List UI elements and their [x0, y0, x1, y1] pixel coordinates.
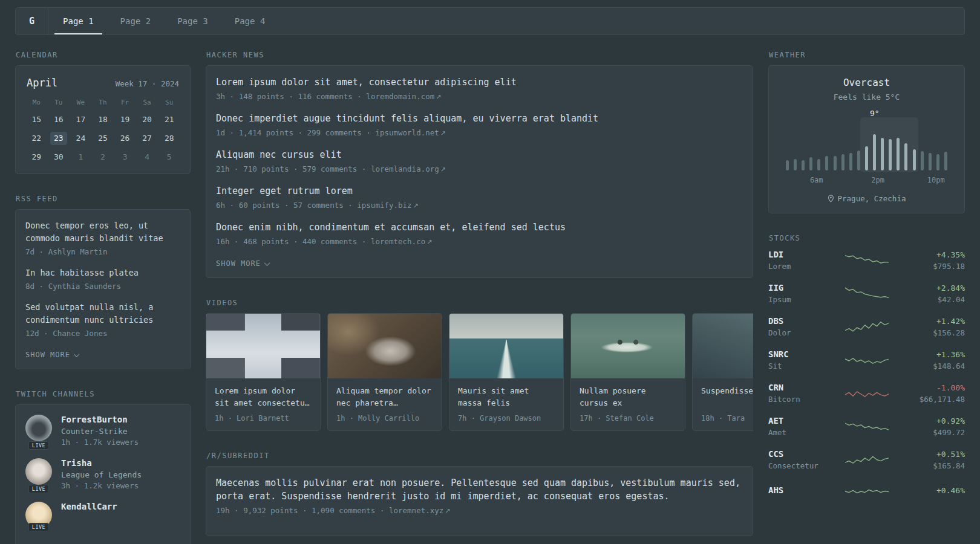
rss-widget: RSS FEED Donec tempor eros leo, ut commo…: [15, 195, 191, 369]
calendar-dow: Th: [92, 99, 114, 108]
hn-item-title[interactable]: Aliquam nec cursus elit: [216, 148, 743, 161]
rss-show-more-button[interactable]: SHOW MORE: [25, 351, 79, 359]
stock-symbol[interactable]: SNRC: [768, 349, 831, 359]
stock-symbol[interactable]: IIG: [768, 283, 831, 293]
video-meta: 1h · Lori Barnett: [215, 414, 312, 423]
hn-item-domain[interactable]: loremtech.co: [371, 237, 425, 246]
stock-left: CRN Bitcorn: [768, 383, 831, 404]
stock-name: Ipsum: [768, 295, 831, 304]
stock-symbol[interactable]: AHS: [768, 485, 831, 495]
stock-right: +4.35% $795.18: [902, 250, 965, 271]
video-body: Lorem ipsum dolor sit amet consectetu… 1…: [206, 378, 320, 430]
stock-row[interactable]: IIG Ipsum +2.84% $42.04: [768, 283, 965, 304]
video-title[interactable]: Lorem ipsum dolor sit amet consectetu…: [215, 385, 312, 409]
twitch-channel[interactable]: LIVE KendallCarr: [25, 502, 180, 528]
avatar-wrap: LIVE: [25, 458, 52, 490]
avatar: [25, 415, 52, 441]
hn-item-domain[interactable]: ipsumworld.net: [375, 128, 439, 137]
tab-page-4[interactable]: Page 4: [226, 8, 274, 34]
calendar-day-next-month: 4: [136, 151, 158, 164]
video-card[interactable]: Suspendisse diam 18h · Tara: [692, 313, 753, 431]
video-thumbnail[interactable]: [206, 314, 320, 378]
hn-item-title[interactable]: Lorem ipsum dolor sit amet, consectetur …: [216, 76, 743, 89]
stock-sparkline: [831, 285, 902, 303]
channel-name[interactable]: KendallCarr: [61, 502, 117, 511]
chevron-down-icon: [264, 260, 270, 266]
tab-page-2[interactable]: Page 2: [112, 8, 160, 34]
stock-name: Amet: [768, 428, 831, 437]
tab-page-3[interactable]: Page 3: [169, 8, 217, 34]
video-thumbnail[interactable]: [571, 314, 685, 378]
stock-symbol[interactable]: AET: [768, 416, 831, 426]
weather-chart: 9°: [786, 122, 947, 170]
rss-item-title[interactable]: In hac habitasse platea: [25, 267, 180, 279]
weather-bar: [825, 156, 828, 170]
rss-widget-title: RSS FEED: [16, 195, 191, 203]
weather-times: 6am2pm10pm: [786, 176, 947, 185]
stock-sparkline: [831, 384, 902, 403]
video-thumbnail[interactable]: [693, 314, 753, 378]
stock-row[interactable]: LDI Lorem +4.35% $795.18: [768, 250, 965, 271]
hn-item: Donec imperdiet augue tincidunt felis al…: [216, 112, 743, 137]
hn-item-domain[interactable]: loremlandia.org: [371, 164, 439, 173]
tab-page-1[interactable]: Page 1: [54, 8, 102, 34]
stock-row[interactable]: AHS +0.46%: [768, 482, 965, 500]
stock-name: Dolor: [768, 328, 831, 337]
video-title[interactable]: Nullam posuere cursus ex: [580, 385, 676, 409]
channel-name[interactable]: ForrestBurton: [61, 415, 139, 424]
calendar-month: April: [27, 77, 57, 89]
hn-show-more-button[interactable]: SHOW MORE: [216, 259, 269, 268]
twitch-card: LIVE ForrestBurton Counter-Strike 1h · 1…: [15, 404, 191, 544]
stock-symbol[interactable]: DBS: [768, 316, 831, 326]
hn-item-meta: 21h · 710 points · 579 comments · loreml…: [216, 164, 743, 173]
subreddit-card: Maecenas mollis pulvinar erat non posuer…: [206, 466, 753, 536]
subreddit-post-meta: 19h · 9,932 points · 1,090 comments · lo…: [216, 506, 743, 515]
weather-bar: [794, 159, 797, 170]
stock-change: +4.35%: [902, 250, 965, 259]
hn-item-domain[interactable]: ipsumify.biz: [357, 201, 411, 210]
stock-symbol[interactable]: CRN: [768, 383, 831, 392]
twitch-channel[interactable]: LIVE ForrestBurton Counter-Strike 1h · 1…: [25, 415, 180, 447]
channel-game: League of Legends: [61, 470, 142, 479]
subreddit-post-domain[interactable]: loremnet.xyz: [389, 506, 443, 515]
hn-item-title[interactable]: Donec imperdiet augue tincidunt felis al…: [216, 112, 743, 125]
middle-column: HACKER NEWS Lorem ipsum dolor sit amet, …: [206, 51, 753, 544]
video-thumbnail[interactable]: [449, 314, 563, 378]
weather-feels-like: Feels like 5°C: [777, 92, 956, 102]
channel-name[interactable]: Trisha: [61, 458, 142, 468]
calendar-day: 22: [25, 132, 48, 145]
subreddit-post-title[interactable]: Maecenas mollis pulvinar erat non posuer…: [216, 476, 743, 503]
weather-card: Overcast Feels like 5°C 9° 6am2pm10pm Pr…: [768, 65, 965, 213]
stock-row[interactable]: SNRC Sit +1.36% $148.64: [768, 349, 965, 371]
calendar-day-next-month: 2: [92, 151, 114, 164]
top-nav: G Page 1 Page 2 Page 3 Page 4: [15, 7, 965, 35]
rss-item-title[interactable]: Sed volutpat nulla nisl, a condimentum n…: [25, 301, 180, 326]
video-card[interactable]: Aliquam tempor dolor nec pharetra… 1h · …: [327, 313, 442, 431]
weather-bar: [849, 153, 852, 170]
hn-item-domain[interactable]: loremdomain.com: [366, 92, 434, 101]
hn-item: Lorem ipsum dolor sit amet, consectetur …: [216, 76, 743, 101]
stock-row[interactable]: AET Amet +0.92% $499.72: [768, 416, 965, 437]
video-card[interactable]: Mauris sit amet massa felis 7h · Grayson…: [449, 313, 564, 431]
hn-item-meta: 6h · 60 points · 57 comments · ipsumify.…: [216, 201, 743, 210]
app-logo[interactable]: G: [29, 8, 48, 34]
video-title[interactable]: Aliquam tempor dolor nec pharetra…: [336, 385, 433, 409]
stock-row[interactable]: DBS Dolor +1.42% $156.28: [768, 316, 965, 337]
rss-item: In hac habitasse platea 8d · Cynthia Sau…: [25, 267, 180, 291]
hn-item-title[interactable]: Integer eget rutrum lorem: [216, 184, 743, 198]
weather-bar: [873, 134, 876, 170]
video-card[interactable]: Nullam posuere cursus ex 17h · Stefan Co…: [570, 313, 685, 431]
hn-item-title[interactable]: Donec enim nibh, condimentum et accumsan…: [216, 221, 743, 234]
video-title[interactable]: Mauris sit amet massa felis: [458, 385, 555, 409]
weather-bar: [897, 138, 900, 170]
stock-symbol[interactable]: CCS: [768, 449, 831, 459]
video-thumbnail[interactable]: [328, 314, 442, 378]
stock-row[interactable]: CCS Consectetur +0.51% $165.84: [768, 449, 965, 470]
video-title[interactable]: Suspendisse diam: [701, 385, 753, 409]
rss-item-title[interactable]: Donec tempor eros leo, ut commodo mauris…: [25, 219, 180, 245]
weather-time-label: 10pm: [927, 176, 945, 184]
stock-row[interactable]: CRN Bitcorn -1.00% $66,171.48: [768, 383, 965, 404]
video-card[interactable]: Lorem ipsum dolor sit amet consectetu… 1…: [206, 313, 321, 431]
twitch-channel[interactable]: LIVE Trisha League of Legends 3h · 1.2k …: [25, 458, 180, 490]
stock-symbol[interactable]: LDI: [768, 250, 831, 259]
